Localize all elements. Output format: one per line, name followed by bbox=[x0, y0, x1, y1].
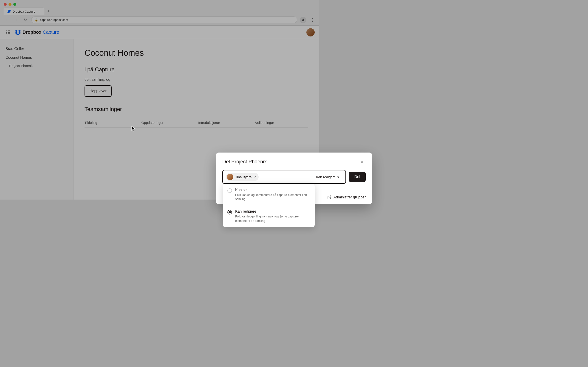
recipient-name: Tina Byers bbox=[235, 175, 251, 179]
recipient-input-box[interactable]: Tina Byers × Kan redigere ∨ Kan se Folk … bbox=[222, 170, 319, 184]
permission-kan-se-text: Kan se Folk kan se og kommentere på capt… bbox=[235, 188, 310, 200]
share-input-row: Tina Byers × Kan redigere ∨ Kan se Folk … bbox=[222, 170, 319, 184]
permission-menu: Kan se Folk kan se og kommentere på capt… bbox=[223, 184, 315, 200]
permission-option-kan-se[interactable]: Kan se Folk kan se og kommentere på capt… bbox=[223, 184, 315, 200]
dialog-title: Del Project Phoenix bbox=[222, 159, 267, 165]
permission-kan-se-desc: Folk kan se og kommentere på capture-ele… bbox=[235, 193, 310, 200]
dialog-header: Del Project Phoenix × bbox=[216, 152, 319, 170]
radio-kan-se[interactable] bbox=[227, 188, 232, 193]
recipient-avatar bbox=[227, 174, 233, 180]
remove-recipient-button[interactable]: × bbox=[254, 175, 256, 179]
permission-kan-se-name: Kan se bbox=[235, 188, 310, 192]
dialog-body: Tina Byers × Kan redigere ∨ Kan se Folk … bbox=[216, 170, 319, 190]
permission-current-label: Kan redigere bbox=[316, 175, 319, 179]
recipient-chip: Tina Byers × bbox=[226, 173, 259, 181]
permission-dropdown[interactable]: Kan redigere ∨ bbox=[313, 173, 319, 181]
share-dialog: Del Project Phoenix × Tina Byers × Kan r… bbox=[216, 152, 319, 200]
